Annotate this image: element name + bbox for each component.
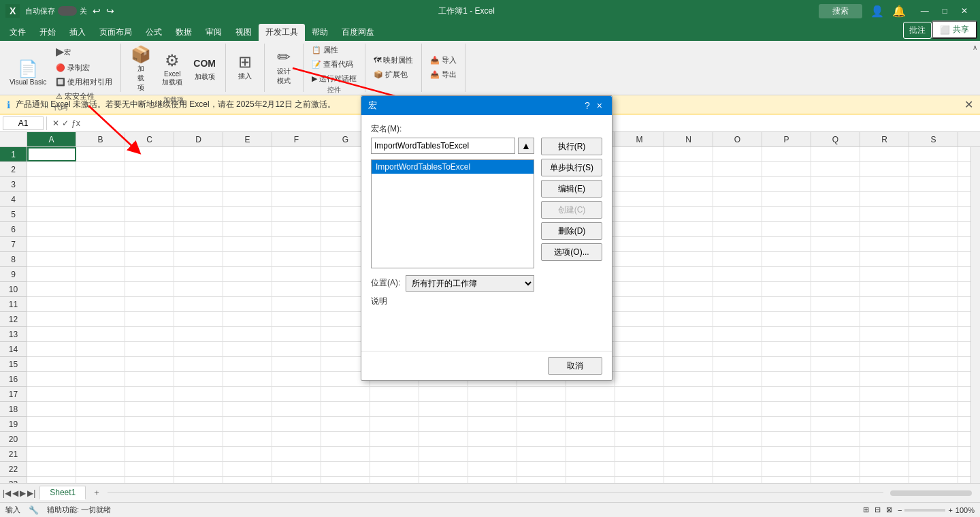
grid-cell[interactable] (76, 162, 125, 176)
grid-cell[interactable] (909, 177, 958, 191)
share-button[interactable]: ⬜ 共享 (932, 20, 977, 39)
grid-cell[interactable] (27, 282, 76, 296)
grid-cell[interactable] (27, 372, 76, 386)
grid-cell[interactable] (27, 312, 76, 326)
grid-cell[interactable] (615, 417, 664, 431)
grid-cell[interactable] (174, 147, 223, 161)
grid-cell[interactable] (713, 402, 762, 416)
delete-button[interactable]: 删除(D) (541, 222, 602, 240)
grid-cell[interactable] (125, 342, 174, 356)
grid-cell[interactable] (174, 402, 223, 416)
record-macro-button[interactable]: 🔴 录制宏 (53, 61, 115, 74)
grid-cell[interactable] (223, 327, 272, 341)
grid-cell[interactable] (27, 357, 76, 371)
grid-cell[interactable] (811, 192, 860, 206)
grid-cell[interactable] (223, 357, 272, 371)
grid-cell[interactable] (860, 327, 909, 341)
grid-cell[interactable] (909, 447, 958, 461)
grid-cell[interactable] (713, 177, 762, 191)
grid-cell[interactable] (27, 297, 76, 311)
col-header-S[interactable]: S (909, 132, 958, 146)
maximize-button[interactable]: □ (936, 0, 954, 22)
macro-security-button[interactable]: ⚠ 宏安全性 (53, 90, 115, 103)
view-normal-icon[interactable]: ⊞ (863, 505, 869, 514)
grid-cell[interactable] (76, 372, 125, 386)
grid-cell[interactable] (125, 432, 174, 446)
col-header-Q[interactable]: Q (811, 132, 860, 146)
tab-data[interactable]: 数据 (169, 24, 199, 41)
grid-cell[interactable] (223, 312, 272, 326)
grid-cell[interactable] (223, 297, 272, 311)
grid-cell[interactable] (664, 207, 713, 221)
grid-cell[interactable] (762, 312, 811, 326)
create-button[interactable]: 创建(C) (541, 201, 602, 219)
vertical-scrollbar[interactable] (970, 147, 980, 483)
grid-cell[interactable] (566, 462, 615, 476)
sheet-tab-sheet1[interactable]: Sheet1 (39, 486, 86, 500)
cancel-button[interactable]: 取消 (548, 357, 602, 375)
grid-cell[interactable] (762, 342, 811, 356)
grid-cell[interactable] (664, 417, 713, 431)
export-button[interactable]: 📤 导出 (427, 68, 459, 81)
grid-cell[interactable] (713, 327, 762, 341)
grid-cell[interactable] (713, 447, 762, 461)
grid-cell[interactable] (909, 252, 958, 266)
grid-cell[interactable] (713, 252, 762, 266)
grid-cell[interactable] (615, 447, 664, 461)
grid-cell[interactable] (811, 252, 860, 266)
grid-cell[interactable] (272, 237, 321, 251)
grid-cell[interactable] (223, 372, 272, 386)
grid-cell[interactable] (909, 237, 958, 251)
grid-cell[interactable] (664, 177, 713, 191)
grid-cell[interactable] (664, 267, 713, 281)
grid-cell[interactable] (664, 192, 713, 206)
grid-cell[interactable] (174, 222, 223, 236)
grid-cell[interactable] (762, 402, 811, 416)
row-num-11[interactable]: 11 (0, 297, 27, 312)
grid-cell[interactable] (76, 477, 125, 483)
grid-cell[interactable] (811, 327, 860, 341)
grid-cell[interactable] (272, 417, 321, 431)
grid-cell[interactable] (664, 402, 713, 416)
grid-cell[interactable] (272, 312, 321, 326)
grid-cell[interactable] (909, 192, 958, 206)
grid-cell[interactable] (174, 357, 223, 371)
grid-cell[interactable] (713, 267, 762, 281)
row-num-23[interactable]: 23 (0, 477, 27, 483)
grid-cell[interactable] (27, 147, 76, 161)
grid-cell[interactable] (664, 222, 713, 236)
grid-cell[interactable] (76, 222, 125, 236)
grid-cell[interactable] (615, 177, 664, 191)
grid-cell[interactable] (713, 207, 762, 221)
grid-cell[interactable] (27, 432, 76, 446)
tab-home[interactable]: 开始 (33, 24, 63, 41)
grid-cell[interactable] (223, 462, 272, 476)
grid-cell[interactable] (615, 432, 664, 446)
grid-cell[interactable] (76, 462, 125, 476)
grid-cell[interactable] (664, 372, 713, 386)
grid-cell[interactable] (713, 147, 762, 161)
undo-icon[interactable]: ↩ (93, 5, 101, 16)
grid-cell[interactable] (76, 192, 125, 206)
grid-cell[interactable] (762, 432, 811, 446)
grid-cell[interactable] (517, 432, 566, 446)
grid-cell[interactable] (664, 147, 713, 161)
grid-cell[interactable] (125, 372, 174, 386)
grid-cell[interactable] (419, 477, 468, 483)
grid-cell[interactable] (125, 162, 174, 176)
grid-cell[interactable] (27, 477, 76, 483)
grid-cell[interactable] (174, 162, 223, 176)
grid-cell[interactable] (27, 237, 76, 251)
grid-cell[interactable] (370, 402, 419, 416)
grid-cell[interactable] (321, 402, 370, 416)
grid-cell[interactable] (615, 477, 664, 483)
view-code-button[interactable]: 📝 查看代码 (309, 58, 359, 71)
edit-button[interactable]: 编辑(E) (541, 180, 602, 198)
grid-cell[interactable] (615, 372, 664, 386)
import-button[interactable]: 📥 导入 (427, 54, 459, 67)
row-num-19[interactable]: 19 (0, 417, 27, 432)
grid-cell[interactable] (174, 417, 223, 431)
grid-cell[interactable] (272, 462, 321, 476)
grid-cell[interactable] (419, 462, 468, 476)
grid-cell[interactable] (762, 177, 811, 191)
